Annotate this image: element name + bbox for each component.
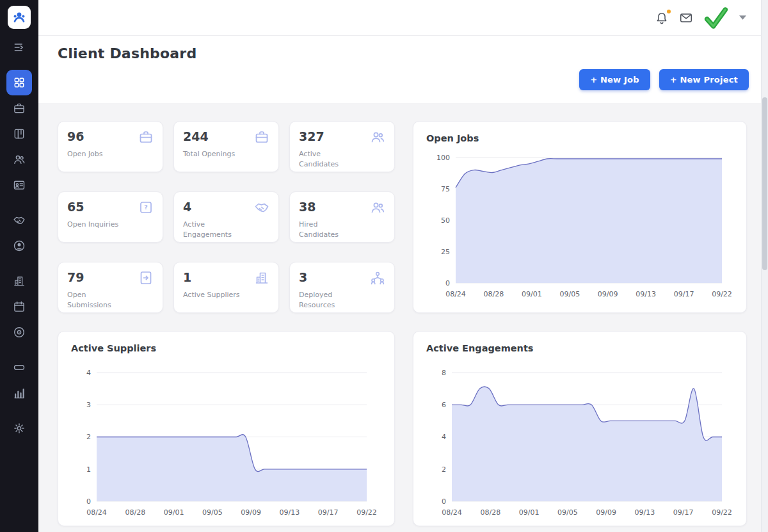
svg-text:09/05: 09/05 [202,508,223,517]
stat-label-open-submissions: Open Submissions [67,290,126,310]
notifications-button[interactable] [652,8,671,28]
active-suppliers-chart-card: Active Suppliers 0123408/2408/2809/0109/… [58,331,395,526]
messages-button[interactable] [676,8,696,28]
sidebar-item-candidates[interactable] [6,147,32,172]
open-jobs-area-fill [456,159,722,283]
main-area: Client Dashboard + New Job + New Project… [38,0,768,526]
pill-icon [13,361,26,374]
open-jobs-chart-card: Open Jobs 025507510008/2408/2809/0109/05… [413,121,747,313]
profile-menu-button[interactable] [737,13,749,22]
stat-card-open-inquiries[interactable]: 65?Open Inquiries [58,191,163,243]
chart-title: Active Suppliers [71,343,381,353]
sidebar-item-settings[interactable] [6,415,32,441]
stat-card-hired-candidates[interactable]: 38Hired Candidates [289,191,395,243]
notification-dot [667,10,671,13]
svg-text:0: 0 [445,279,450,287]
svg-text:09/17: 09/17 [318,508,339,517]
sidebar-item-jobs[interactable] [6,95,32,121]
sidebar-item-contacts[interactable] [6,172,32,198]
id-card-icon [13,179,26,191]
sidebar-item-collapse[interactable] [6,35,32,60]
stat-value-open-jobs: 96 [67,129,84,143]
mail-icon [679,11,693,25]
svg-text:75: 75 [441,185,450,193]
stat-card-deployed-resources[interactable]: 3Deployed Resources [289,262,395,313]
stat-label-open-jobs: Open Jobs [67,149,126,159]
stat-label-active-candidates: Active Candidates [299,149,358,170]
sidebar-item-analytics[interactable] [6,380,32,406]
sidebar-item-records[interactable] [6,319,32,345]
stat-card-active-candidates[interactable]: 327Active Candidates [289,121,395,172]
new-project-button[interactable]: + New Project [659,69,749,90]
svg-text:08/28: 08/28 [484,290,504,298]
sidebar-item-board[interactable] [6,121,32,147]
open-jobs-chart: 025507510008/2408/2809/0109/0509/0909/13… [426,149,733,303]
svg-text:1: 1 [86,465,91,474]
svg-text:09/17: 09/17 [673,508,694,517]
stat-label-total-openings: Total Openings [183,149,242,159]
svg-text:09/13: 09/13 [280,508,300,517]
gear-icon [13,422,26,435]
caret-down-icon [739,15,746,20]
svg-text:50: 50 [441,216,450,225]
stat-card-active-engagements[interactable]: 4Active Engagements [173,191,279,243]
handshake-icon [254,200,269,215]
stat-card-total-openings[interactable]: 244Total Openings [173,121,279,172]
calendar-icon [13,300,26,313]
stat-value-deployed-resources: 3 [299,270,307,284]
dashboard-icon [13,76,26,89]
svg-text:3: 3 [86,401,91,409]
stat-value-open-inquiries: 65 [67,200,84,214]
svg-text:100: 100 [436,154,450,162]
sidebar-item-calendar[interactable] [6,294,32,319]
svg-text:09/22: 09/22 [356,508,377,517]
svg-text:6: 6 [442,401,446,409]
sidebar-nav [6,6,32,441]
svg-text:08/24: 08/24 [442,508,462,517]
sidebar-item-suppliers[interactable] [6,268,32,294]
stat-label-hired-candidates: Hired Candidates [299,220,358,240]
stat-card-active-suppliers[interactable]: 1Active Suppliers [173,262,279,313]
bar-chart-icon [13,387,26,399]
chart-title: Open Jobs [426,133,733,143]
svg-text:08/28: 08/28 [125,508,145,517]
active-suppliers-area-fill [97,435,367,501]
stat-value-active-engagements: 4 [183,200,191,214]
stat-value-open-submissions: 79 [67,270,84,284]
scrollbar[interactable] [761,0,768,532]
sidebar-item-logo[interactable] [8,6,31,29]
stat-card-open-jobs[interactable]: 96Open Jobs [58,121,163,172]
building-icon [13,275,26,287]
scrollbar-thumb[interactable] [762,97,767,270]
active-engagements-chart-card: Active Engagements 0246808/2408/2809/010… [413,331,747,526]
kanban-icon [13,127,26,140]
check-logo-icon [703,6,730,30]
svg-text:25: 25 [441,248,450,256]
person-circle-icon [13,239,26,252]
users-icon [370,200,385,215]
svg-text:08/24: 08/24 [445,290,466,298]
svg-text:09/22: 09/22 [712,290,732,298]
disc-icon [13,326,26,339]
svg-text:09/01: 09/01 [164,508,184,517]
svg-text:09/01: 09/01 [522,290,542,298]
stat-label-active-suppliers: Active Suppliers [183,290,242,300]
open-jobs-area-chart: 025507510008/2408/2809/0109/0509/0909/13… [426,149,733,301]
stat-value-active-suppliers: 1 [183,270,191,284]
new-job-button[interactable]: + New Job [579,69,650,90]
sidebar-item-profile[interactable] [6,233,32,259]
sidebar-item-engagements[interactable] [6,207,32,233]
svg-text:09/05: 09/05 [559,290,580,298]
chart-title: Active Engagements [426,343,733,353]
svg-text:09/01: 09/01 [519,508,540,517]
svg-text:8: 8 [442,369,446,377]
sidebar-item-dashboard[interactable] [6,70,32,95]
page-title: Client Dashboard [58,45,749,61]
svg-text:09/13: 09/13 [636,290,656,298]
svg-text:0: 0 [442,497,446,506]
users-icon [370,129,385,145]
stat-card-open-submissions[interactable]: 79Open Submissions [58,262,163,313]
dashboard-content: 96Open Jobs244Total Openings327Active Ca… [38,103,768,526]
user-avatar[interactable] [701,4,732,31]
sidebar-item-tracker[interactable] [6,355,32,380]
